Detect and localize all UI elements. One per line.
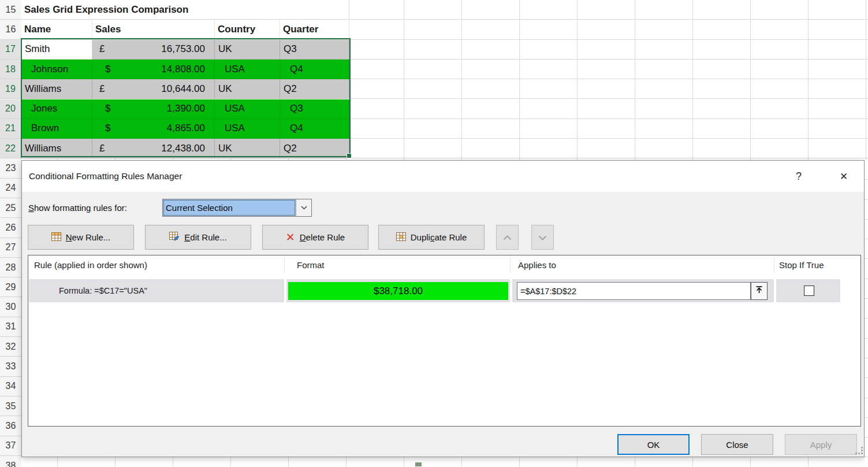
column-header-rule: Rule (applied in order shown)	[34, 255, 147, 275]
edit-rule-icon	[169, 232, 180, 243]
cell-name[interactable]: Smith	[21, 40, 92, 60]
row-header[interactable]: 16	[0, 20, 21, 39]
row-header[interactable]: 19	[0, 79, 21, 99]
row-header[interactable]: 34	[0, 377, 21, 396]
table-row: Jones $ 1,390.00 USA Q3	[21, 99, 349, 119]
cell-country[interactable]: UK	[215, 139, 280, 158]
row-header[interactable]: 22	[0, 139, 21, 158]
fill-handle[interactable]	[347, 153, 352, 158]
row-header[interactable]: 23	[0, 158, 21, 178]
header-cell-sales[interactable]: Sales	[92, 20, 215, 39]
move-rule-down-button[interactable]	[531, 225, 554, 250]
sheet-title-cell[interactable]: Sales Grid Expression Comparison	[21, 0, 349, 20]
cell-sales[interactable]: $ 1,390.00	[92, 99, 215, 119]
row-header[interactable]: 31	[0, 317, 21, 337]
delete-x-icon: ✕	[286, 232, 295, 243]
currency-symbol: £	[99, 143, 105, 154]
row-header[interactable]: 26	[0, 218, 21, 238]
row-header[interactable]: 38	[0, 456, 21, 467]
sales-amount: 14,808.00	[161, 64, 205, 75]
cell-sales[interactable]: £ 10,644.00	[92, 79, 215, 99]
help-icon[interactable]: ?	[790, 161, 807, 192]
new-rule-button[interactable]: New Rule...	[28, 225, 134, 250]
cell-country[interactable]: UK	[215, 79, 280, 99]
excel-window: 1516171819202122232425262728293031323334…	[0, 0, 868, 467]
duplicate-rule-button[interactable]: Duplicate Rule	[378, 225, 485, 250]
row-header[interactable]: 25	[0, 198, 21, 218]
row-header[interactable]: 28	[0, 258, 21, 277]
scope-dropdown[interactable]: Current Selection	[162, 199, 312, 217]
currency-symbol: $	[105, 64, 110, 75]
row-header[interactable]: 27	[0, 238, 21, 258]
cell-sales[interactable]: £ 16,753.00	[92, 40, 215, 60]
table-header-row: Name Sales Country Quarter	[21, 20, 349, 39]
cell-sales[interactable]: £ 12,438.00	[92, 139, 215, 158]
currency-symbol: £	[99, 83, 105, 95]
cell-sales[interactable]: $ 4,865.00	[92, 119, 215, 139]
sales-amount: 1,390.00	[167, 103, 205, 114]
edit-rule-button[interactable]: Edit Rule...	[145, 225, 251, 250]
row-header[interactable]: 32	[0, 337, 21, 357]
cell-country[interactable]: USA	[215, 119, 280, 139]
row-header-column: 1516171819202122232425262728293031323334…	[0, 0, 21, 467]
cell-name[interactable]: Williams	[21, 139, 92, 158]
chevron-down-icon[interactable]	[296, 199, 311, 216]
header-divider	[774, 258, 774, 273]
new-rule-icon	[51, 232, 61, 243]
cell-name[interactable]: Johnson	[21, 60, 92, 79]
applies-to-input[interactable]	[517, 282, 751, 300]
ok-button[interactable]: OK	[617, 434, 690, 455]
delete-rule-button[interactable]: ✕ Delete Rule	[262, 225, 368, 250]
cell-quarter[interactable]: Q4	[280, 119, 349, 139]
cell-quarter[interactable]: Q2	[280, 139, 349, 158]
row-header[interactable]: 15	[0, 0, 21, 20]
collapse-dialog-range-picker-button[interactable]	[751, 282, 768, 300]
row-header[interactable]: 20	[0, 99, 21, 119]
cell-name[interactable]: Brown	[21, 119, 92, 139]
row-header[interactable]: 37	[0, 436, 21, 456]
cell-country[interactable]: UK	[215, 40, 280, 60]
cell-sales[interactable]: $ 14,808.00	[92, 60, 215, 79]
dialog-title: Conditional Formatting Rules Manager	[29, 161, 182, 192]
dialog-titlebar[interactable]: Conditional Formatting Rules Manager ? ✕	[22, 161, 864, 192]
rule-row[interactable]: Formula: =$C17="USA" $38,718.00	[29, 279, 840, 302]
cell-name[interactable]: Williams	[21, 79, 92, 99]
cell-name[interactable]: Jones	[21, 99, 92, 119]
apply-button: Apply	[785, 434, 857, 455]
stop-if-true-checkbox[interactable]	[804, 286, 814, 296]
row-header[interactable]: 35	[0, 396, 21, 416]
cell-quarter[interactable]: Q4	[280, 60, 349, 79]
header-cell-name[interactable]: Name	[21, 20, 92, 39]
close-button[interactable]: Close	[701, 434, 773, 455]
row-header[interactable]: 17	[0, 40, 21, 60]
row-header[interactable]: 33	[0, 357, 21, 376]
column-header-format: Format	[297, 255, 325, 275]
row-header[interactable]: 29	[0, 277, 21, 297]
sales-amount: 4,865.00	[167, 123, 205, 134]
table-row: Johnson $ 14,808.00 USA Q4	[21, 60, 349, 79]
row-header[interactable]: 36	[0, 416, 21, 436]
cell-country[interactable]: USA	[215, 99, 280, 119]
header-cell-country[interactable]: Country	[215, 20, 280, 39]
header-divider	[284, 258, 285, 273]
currency-symbol: $	[105, 123, 110, 134]
row-header[interactable]: 24	[0, 179, 21, 198]
move-rule-up-button[interactable]	[496, 225, 519, 250]
resize-grip[interactable]	[855, 447, 863, 455]
close-icon[interactable]: ✕	[834, 161, 854, 192]
cell-quarter[interactable]: Q2	[280, 79, 349, 99]
table-row: Williams £ 10,644.00 UK Q2	[21, 79, 349, 99]
row-header[interactable]: 21	[0, 119, 21, 139]
cell-quarter[interactable]: Q3	[280, 99, 349, 119]
cell-country[interactable]: USA	[215, 60, 280, 79]
header-cell-quarter[interactable]: Quarter	[280, 20, 349, 39]
duplicate-rule-icon	[396, 232, 406, 243]
row-header[interactable]: 30	[0, 298, 21, 317]
row-header[interactable]: 18	[0, 60, 21, 79]
arrow-up-to-bar-icon	[755, 286, 763, 296]
sheet-sliver-right	[865, 160, 868, 467]
column-header-applies-to: Applies to	[518, 255, 556, 275]
table-row: Brown $ 4,865.00 USA Q4	[21, 119, 349, 139]
cell-quarter[interactable]: Q3	[280, 40, 349, 60]
currency-symbol: £	[99, 43, 105, 55]
